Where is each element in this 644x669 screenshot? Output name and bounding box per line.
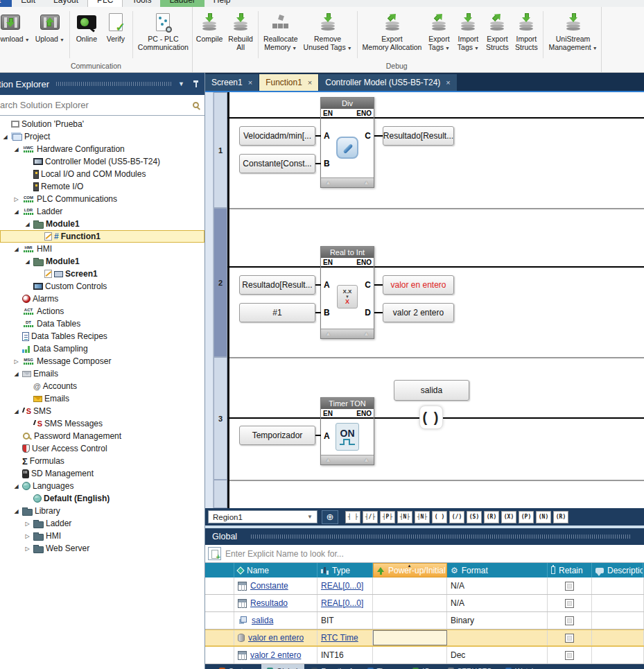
online-button[interactable]: Online — [72, 8, 101, 61]
format-cell[interactable] — [447, 630, 548, 645]
tree-item-default-english[interactable]: Default (English) — [0, 492, 204, 505]
expander-icon[interactable]: ▷ — [12, 196, 20, 202]
ladder-element-button-5[interactable]: ( ) — [432, 511, 447, 523]
tag-box-output-d[interactable]: valor 2 entero — [383, 303, 454, 322]
tree-item-hardware-configuration[interactable]: ◢HWCHardware Configuration — [0, 143, 204, 155]
format-cell[interactable]: Dec — [447, 647, 548, 663]
ladder-element-button-3[interactable]: ┤N├ — [397, 511, 412, 523]
ribbon-tab-edit[interactable]: Edit — [12, 0, 44, 7]
pc-plc-communication-button[interactable]: PC - PLCCommunication — [135, 8, 191, 61]
unistream-management-button[interactable]: UniStreamManagement▼ — [546, 8, 600, 61]
description-cell[interactable] — [592, 647, 644, 663]
rung-number-4[interactable] — [214, 480, 227, 508]
tag-type-value[interactable]: REAL[0...0] — [321, 598, 363, 608]
type-cell[interactable]: REAL[0...0] — [317, 595, 373, 611]
tree-item-password-management[interactable]: Password Management — [0, 430, 204, 442]
tree-item-alarms[interactable]: Alarms — [0, 293, 204, 305]
export-memory-allocation-button[interactable]: ExportMemory Allocation — [360, 8, 425, 61]
retain-checkbox[interactable] — [565, 599, 574, 608]
export-structs-button[interactable]: ExportStructs — [482, 8, 512, 61]
retain-cell[interactable] — [548, 577, 592, 594]
tree-item-user-access-control[interactable]: User Access Control — [0, 442, 204, 455]
ladder-element-button-12[interactable]: (R) — [553, 511, 568, 523]
bottom-tab-watch[interactable]: Watch — [500, 664, 542, 669]
expander-icon[interactable]: ▷ — [12, 358, 20, 365]
ladder-element-button-0[interactable]: ┤ ├ — [345, 511, 360, 523]
type-cell[interactable]: REAL[0...0] — [317, 577, 373, 594]
timer-ton-function-block[interactable]: Timer TON ENENO A ON ▲▲ — [320, 397, 374, 465]
tree-item-web-server[interactable]: ▷Web Server — [0, 542, 204, 555]
tree-item-sd-management[interactable]: SD Management — [0, 467, 204, 480]
row-handle[interactable] — [205, 612, 234, 629]
tree-item-emails[interactable]: ◢Emails — [0, 367, 204, 380]
bottom-tab-system[interactable]: System — [214, 664, 260, 669]
add-tag-button[interactable] — [208, 547, 221, 560]
tag-box-output-c[interactable]: Resultado[Result... — [383, 126, 454, 146]
description-cell[interactable] — [592, 630, 644, 645]
expander-icon[interactable]: ◢ — [12, 209, 20, 215]
expand-triangle-icon[interactable]: ▲ — [363, 330, 369, 338]
tree-item-remote-i-o[interactable]: Remote I/O — [0, 180, 204, 193]
tag-box-input-a[interactable]: Resultado[Result... — [239, 275, 315, 295]
column-header-retain[interactable]: Retain — [548, 563, 592, 577]
ribbon-tab-plc[interactable]: PLC — [87, 0, 123, 7]
tag-search-input[interactable]: Enter Explicit Name to look for... — [225, 549, 344, 559]
tag-name-link[interactable]: Constante — [250, 581, 288, 591]
ladder-element-button-6[interactable]: (/) — [449, 511, 464, 523]
rung-number-1[interactable]: 1 — [214, 92, 227, 208]
expand-triangle-icon[interactable]: ▲ — [325, 330, 331, 338]
retain-checkbox[interactable] — [565, 651, 574, 660]
tree-item-hmi[interactable]: ◢HMIHMI — [0, 243, 204, 255]
tag-row-constante[interactable]: ConstanteREAL[0...0]N/A — [205, 577, 644, 595]
region-select[interactable]: Region1▼ — [208, 510, 317, 523]
ribbon-tab-tools[interactable]: Tools — [123, 0, 160, 7]
ladder-element-button-4[interactable]: ┤N├ — [415, 511, 430, 523]
reallocate-memory-button[interactable]: ReallocateMemory▼ — [261, 8, 301, 61]
bottom-tab-timers[interactable]: Timers — [362, 664, 406, 669]
close-icon[interactable]: × — [308, 78, 312, 87]
tree-item-library[interactable]: ◢Library — [0, 505, 204, 517]
tree-item-function1[interactable]: #Function1 — [0, 230, 204, 243]
retain-checkbox[interactable] — [565, 634, 574, 643]
ribbon-tab-layout[interactable]: Layout — [44, 0, 87, 7]
type-cell[interactable]: INT16 — [317, 647, 373, 663]
tree-item-plc-communications[interactable]: ▷COMPLC Communications — [0, 193, 204, 205]
description-cell[interactable] — [592, 577, 644, 594]
tree-item-controller-model-us5-b5-t24[interactable]: Controller Model (US5-B5-T24) — [0, 155, 204, 168]
coil-tag-box[interactable]: salida — [394, 380, 469, 401]
ribbon-tab-help[interactable]: Help — [204, 0, 240, 7]
coil[interactable]: ( ) — [419, 406, 443, 429]
tree-item-languages[interactable]: ◢Languages — [0, 480, 204, 492]
ladder-element-button-10[interactable]: (P) — [519, 511, 534, 523]
block-footer[interactable]: ▲▲ — [321, 455, 374, 464]
rung-number-3[interactable]: 3 — [214, 357, 227, 480]
rebuild-all-button[interactable]: RebuildAll — [225, 8, 256, 61]
tree-item-message-composer[interactable]: ▷MSGMessage Composer — [0, 355, 204, 367]
tag-row-resultado[interactable]: ResultadoREAL[0...0]N/A — [205, 595, 644, 612]
bottom-tab-global[interactable]: Global — [261, 664, 304, 669]
expander-icon[interactable]: ◢ — [12, 371, 20, 377]
format-cell[interactable]: Binary — [447, 612, 548, 629]
power-up-cell[interactable] — [373, 612, 447, 629]
bottom-tab-ios[interactable]: IOs — [407, 664, 440, 669]
tag-name-link[interactable]: valor 2 entero — [250, 650, 301, 660]
tag-box-input-a[interactable]: Temporizador — [239, 426, 315, 445]
ladder-element-button-2[interactable]: ┤P├ — [380, 511, 395, 523]
row-handle[interactable] — [205, 647, 234, 663]
name-cell[interactable]: Constante — [234, 577, 317, 594]
tree-item-sms-messages[interactable]: SMS Messages — [0, 417, 204, 430]
tree-item-sms[interactable]: ◢SMS — [0, 405, 204, 417]
tree-item-hmi[interactable]: ▷HMI — [0, 530, 204, 542]
tag-box-input-b[interactable]: #1 — [239, 303, 315, 322]
rung-number-2[interactable]: 2 — [214, 208, 227, 357]
expander-icon[interactable]: ◢ — [12, 408, 20, 415]
drag-handle-dots[interactable] — [251, 535, 630, 539]
column-header-power-up-initial[interactable]: ▲Power-up/Initial — [373, 563, 447, 577]
doc-tab-function1[interactable]: Function1× — [259, 74, 318, 91]
retain-cell[interactable] — [548, 595, 592, 611]
tree-item-module1[interactable]: ◢Module1 — [0, 255, 204, 268]
tag-row-valor-2-entero[interactable]: valor 2 enteroINT16Dec — [205, 647, 644, 664]
expander-icon[interactable]: ◢ — [12, 146, 20, 153]
tag-type-value[interactable]: RTC Time — [321, 633, 358, 643]
chevron-down-icon[interactable]: ▼ — [178, 80, 184, 87]
